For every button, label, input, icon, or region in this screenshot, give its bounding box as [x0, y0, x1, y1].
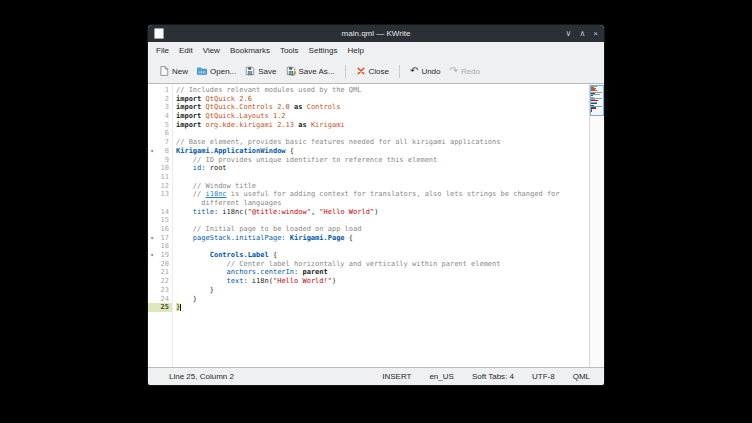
toolbar-button-label: Close	[369, 67, 389, 76]
gutter-row: 1	[148, 86, 172, 95]
gutter-row: 6	[148, 129, 172, 138]
line-number: 14	[156, 208, 172, 217]
gutter-row: 9	[148, 156, 172, 165]
fold-spacer	[148, 216, 156, 225]
minimap-scrollbar[interactable]	[589, 84, 604, 367]
encoding-button[interactable]: UTF-8	[532, 372, 555, 381]
save-button[interactable]: Save	[241, 64, 280, 78]
close-window-button[interactable]: ×	[593, 25, 598, 42]
toolbar-button-label: Open...	[210, 67, 236, 76]
gutter-row: 21	[148, 268, 172, 277]
dictionary-button[interactable]: en_US	[429, 372, 453, 381]
code-line: Kirigami.ApplicationWindow {	[176, 147, 589, 156]
save-as-button[interactable]: Save As...	[282, 64, 339, 78]
toolbar-button-label: Undo	[421, 67, 440, 76]
fold-marker-row[interactable]: ▾17	[148, 234, 172, 243]
line-number: 7	[156, 138, 172, 147]
desktop-background: main.qml — KWrite ∨ ∧ × File Edit View B…	[0, 0, 752, 423]
menu-settings[interactable]: Settings	[304, 44, 343, 57]
line-number: 18	[156, 242, 172, 251]
undo-button[interactable]: ↶ Undo	[406, 64, 445, 78]
menu-file[interactable]: File	[151, 44, 174, 57]
code-line: }	[176, 295, 589, 304]
fold-spacer	[148, 164, 156, 173]
fold-spacer	[148, 208, 156, 217]
line-number: 20	[156, 260, 172, 269]
fold-marker-row[interactable]: ▾8	[148, 147, 172, 156]
code-line	[176, 242, 589, 251]
toolbar-separator	[345, 65, 346, 78]
line-number: 4	[156, 112, 172, 121]
code-line: // i18nc is useful for adding context fo…	[176, 190, 589, 199]
toolbar-separator	[399, 65, 400, 78]
code-line	[176, 173, 589, 182]
fold-arrow-icon[interactable]: ▾	[148, 251, 156, 260]
gutter-row: 20	[148, 260, 172, 269]
gutter-row: 22	[148, 277, 172, 286]
titlebar[interactable]: main.qml — KWrite ∨ ∧ ×	[148, 25, 604, 42]
code-line: // ID provides unique identifier to refe…	[176, 156, 589, 165]
line-number: 17	[156, 234, 172, 243]
kwrite-window: main.qml — KWrite ∨ ∧ × File Edit View B…	[148, 25, 604, 385]
toolbar: New Open... Save Save As...	[148, 59, 604, 83]
line-number	[156, 199, 172, 208]
line-number: 24	[156, 295, 172, 304]
gutter: 1234567▾8910111213141516▾1718▾1920212223…	[148, 84, 173, 367]
tab-mode-button[interactable]: Soft Tabs: 4	[472, 372, 514, 381]
fold-arrow-icon[interactable]: ▾	[148, 147, 156, 156]
minimap-view-rect[interactable]	[590, 85, 604, 116]
code-line: // Initial page to be loaded on app load	[176, 225, 589, 234]
window-title: main.qml — KWrite	[148, 29, 604, 38]
code-line	[176, 216, 589, 225]
line-number: 21	[156, 268, 172, 277]
close-document-button[interactable]: Close	[352, 64, 393, 78]
new-button[interactable]: New	[155, 64, 192, 78]
menu-bookmarks[interactable]: Bookmarks	[225, 44, 275, 57]
gutter-row: 14	[148, 208, 172, 217]
line-number: 2	[156, 95, 172, 104]
fold-spacer	[148, 173, 156, 182]
gutter-row: 2	[148, 95, 172, 104]
gutter-row: 24	[148, 295, 172, 304]
fold-spacer	[148, 286, 156, 295]
menu-edit[interactable]: Edit	[174, 44, 198, 57]
menu-tools[interactable]: Tools	[275, 44, 304, 57]
code-line: import QtQuick.Controls 2.0 as Controls	[176, 103, 589, 112]
close-document-icon	[356, 66, 366, 76]
code-line: id: root	[176, 164, 589, 173]
maximize-button[interactable]: ∧	[579, 25, 585, 42]
code-line: Controls.Label {	[176, 251, 589, 260]
toolbar-button-label: Redo	[461, 67, 480, 76]
code-line	[176, 129, 589, 138]
code-line: }	[176, 303, 589, 312]
menubar: File Edit View Bookmarks Tools Settings …	[148, 42, 604, 59]
gutter-row: 23	[148, 286, 172, 295]
new-document-icon	[159, 66, 169, 76]
redo-button[interactable]: ↷ Redo	[446, 64, 485, 78]
input-mode-button[interactable]: INSERT	[382, 372, 411, 381]
fold-marker-row[interactable]: ▾19	[148, 251, 172, 260]
code-line: // Base element, provides basic features…	[176, 138, 589, 147]
gutter-row: 11	[148, 173, 172, 182]
line-number: 12	[156, 182, 172, 191]
code-area[interactable]: // Includes relevant modules used by the…	[173, 84, 589, 367]
open-button[interactable]: Open...	[193, 64, 240, 78]
cursor-position-label[interactable]: Line 25, Column 2	[169, 372, 234, 381]
menu-view[interactable]: View	[198, 44, 225, 57]
syntax-mode-button[interactable]: QML	[573, 372, 590, 381]
fold-arrow-icon[interactable]: ▾	[148, 234, 156, 243]
code-line: different languages	[176, 199, 589, 208]
gutter-row: 12	[148, 182, 172, 191]
line-number: 19	[156, 251, 172, 260]
gutter-row: 5	[148, 121, 172, 130]
gutter-row: 15	[148, 216, 172, 225]
code-line: anchors.centerIn: parent	[176, 268, 589, 277]
fold-spacer	[148, 86, 156, 95]
gutter-row	[148, 199, 172, 208]
menu-help[interactable]: Help	[343, 44, 369, 57]
line-number: 13	[156, 190, 172, 199]
fold-spacer	[148, 277, 156, 286]
fold-spacer	[148, 295, 156, 304]
minimize-button[interactable]: ∨	[566, 25, 572, 42]
text-cursor	[180, 304, 181, 311]
